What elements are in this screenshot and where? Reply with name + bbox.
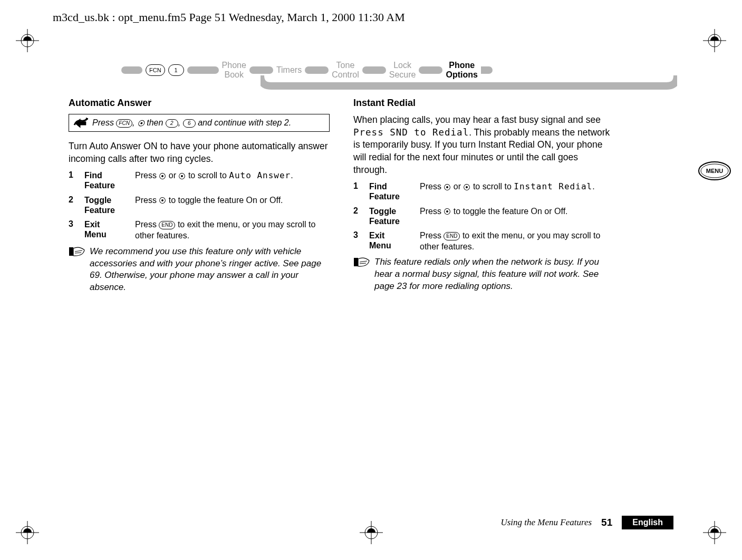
step-label-l2: Feature [84,180,127,190]
step-number: 1 [353,181,361,191]
nav-connector-icon [305,66,329,74]
fcn-key-icon: FCN [146,64,165,76]
step-label-l2: Menu [369,240,411,250]
down-scroll-icon: ⦿ [178,171,186,181]
note-hand-icon [69,246,85,257]
nav-end-cap-icon [481,66,493,74]
shortcut-text-mid2: then [144,118,166,127]
step-row: 2 Toggle Feature Press ⦿ to toggle the f… [69,195,330,215]
left-column: Automatic Answer Press FCN, ⦿ then 2, 6 … [69,98,330,294]
note-text: We recommend you use this feature only w… [90,246,330,294]
step-label-l1: Toggle [369,206,411,216]
svg-line-22 [360,263,366,264]
step-label-l1: Toggle [84,195,127,205]
nav-connector-icon [362,66,386,74]
nav-connector-icon [419,66,442,74]
footer-language-badge: English [622,516,673,529]
nav-breadcrumb: FCN 1 Phone Book Timers Tone Control Loc… [121,61,596,98]
step-text: Press END to exit the menu, or you may s… [420,230,614,253]
step-text: Press END to exit the menu, or you may s… [135,219,330,242]
shortcut-text-end: and continue with step 2. [196,118,291,127]
step-number: 3 [69,219,76,229]
step-label-l2: Feature [369,216,411,226]
body-text-part: When placing calls, you may hear a fast … [353,114,601,125]
section-title-instant-redial: Instant Redial [353,98,614,109]
nav-lock-l1: Lock [389,61,416,70]
nav-tone-l1: Tone [332,61,359,70]
step-row: 1 Find Feature Press ⦿ or ⦿ to scroll to… [69,170,330,190]
menu-tab-label: MENU [706,168,723,174]
step-number: 2 [69,195,76,205]
step-text: Press ⦿ to toggle the feature On or Off. [135,195,330,206]
step-text: Press ⦿ or ⦿ to scroll to Instant Redial… [420,181,614,192]
step-label: Find Feature [84,170,127,190]
fcn-key-icon: FCN [116,119,132,128]
step-text-part: to scroll to [470,182,514,191]
six-key-icon: 6 [183,119,196,128]
shortcut-text-prefix: Press [92,118,116,127]
step-label-l2: Menu [84,229,127,239]
nav-connector-icon [249,66,273,74]
svg-rect-20 [354,258,358,266]
nav-loop-line-icon [261,75,677,96]
right-column: Instant Redial When placing calls, you m… [353,98,614,294]
lcd-text: Auto Answer [229,170,291,180]
step-label: Exit Menu [369,230,411,250]
lcd-text: Instant Redial [514,181,592,191]
step-text-part: or [451,182,463,191]
note-row: This feature redials only when the netwo… [353,256,614,293]
step-text: Press ⦿ or ⦿ to scroll to Auto Answer. [135,170,330,181]
crop-mark-icon [16,29,39,52]
lcd-text: Press SND to Redial [353,127,469,138]
nav-connector-icon [187,66,219,74]
nav-start-pill-icon [121,66,142,74]
footer-page-number: 51 [601,517,612,528]
step-text: Press ⦿ to toggle the feature On or Off. [420,206,614,217]
select-key-icon: ⦿ [137,119,144,128]
shortcut-text-mid3: , [178,118,183,127]
step-row: 3 Exit Menu Press END to exit the menu, … [353,230,614,253]
nav-options-l1: Phone [446,61,477,70]
footer-chapter-title: Using the Menu Features [500,517,592,528]
step-number: 2 [353,206,361,216]
shortcut-box: Press FCN, ⦿ then 2, 6 and continue with… [69,114,330,132]
file-header-text: m3cd_us.bk : opt_menu.fm5 Page 51 Wednes… [53,11,405,24]
up-scroll-icon: ⦿ [444,182,451,192]
step-row: 2 Toggle Feature Press ⦿ to toggle the f… [353,206,614,226]
step-label-l2: Feature [369,191,411,201]
step-label-l1: Find [84,170,127,180]
note-row: We recommend you use this feature only w… [69,246,330,294]
page-footer: Using the Menu Features 51 English [0,516,742,529]
step-text-part: . [592,182,594,191]
step-text-part: to scroll to [186,171,229,180]
nav-timers: Timers [276,65,302,75]
note-text: This feature redials only when the netwo… [374,256,614,293]
step-text-part: Press [420,231,444,240]
step-text-part: to toggle the feature On or Off. [166,196,283,205]
step-label-l2: Feature [84,205,127,215]
select-key-icon: ⦿ [444,207,451,216]
shortcut-text-mid1: , [132,118,137,127]
nav-phone-book-l1: Phone [222,61,246,70]
step-label: Toggle Feature [369,206,411,226]
menu-side-tab: MENU [698,161,731,181]
body-text: Turn Auto Answer ON to have your phone a… [69,140,330,165]
step-label-l1: Find [369,181,411,191]
step-label: Find Feature [369,181,411,201]
down-scroll-icon: ⦿ [463,182,470,192]
step-label-l1: Exit [369,230,411,240]
step-text-part: Press [135,196,159,205]
step-label: Exit Menu [84,219,127,239]
step-text-part: Press [135,220,159,229]
step-text-part: Press [420,182,444,191]
nav-phone-book-l2: Book [222,70,246,80]
svg-line-19 [75,253,81,253]
step-label-l1: Exit [84,219,127,229]
svg-line-21 [360,261,367,262]
end-key-icon: END [444,232,460,240]
two-key-icon: 2 [166,119,178,128]
shortcut-text: Press FCN, ⦿ then 2, 6 and continue with… [92,118,291,128]
shortcut-arrow-icon [73,118,88,128]
step-row: 1 Find Feature Press ⦿ or ⦿ to scroll to… [353,181,614,201]
step-text-part: Press [420,207,444,216]
